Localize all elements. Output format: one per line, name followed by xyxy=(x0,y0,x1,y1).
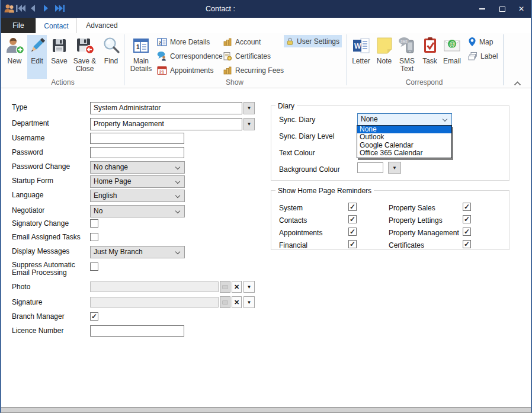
property-management-checkbox[interactable] xyxy=(463,228,471,236)
sync-diary-option[interactable]: None xyxy=(357,126,451,133)
display-messages-dropdown[interactable]: Just My Branch xyxy=(90,246,185,258)
type-combobox[interactable]: System Administrator xyxy=(90,102,242,114)
map-pin-icon xyxy=(468,37,476,47)
correspondence-button[interactable]: Correspondence xyxy=(155,50,225,62)
note-button[interactable]: Note xyxy=(374,35,395,79)
signature-clear-button[interactable]: ✕ xyxy=(232,296,242,308)
group-label-correspond: Correspond xyxy=(350,78,499,87)
language-dropdown[interactable]: English xyxy=(90,190,185,202)
tab-contact[interactable]: Contact xyxy=(36,18,77,33)
password-input[interactable] xyxy=(90,147,184,158)
save-close-icon xyxy=(75,36,94,55)
contacts-checkbox[interactable] xyxy=(348,215,357,223)
certificates-reminder-checkbox[interactable] xyxy=(463,240,471,248)
type-dropdown-button[interactable]: ▼ xyxy=(243,102,255,114)
new-button[interactable]: New xyxy=(4,35,25,79)
photo-path-field xyxy=(90,281,219,292)
password-change-dropdown[interactable]: No change xyxy=(90,161,185,174)
task-button[interactable]: Task xyxy=(419,35,440,79)
display-messages-label: Display Messages xyxy=(12,248,86,255)
username-input[interactable] xyxy=(90,133,184,144)
svg-text:SMS: SMS xyxy=(400,40,408,43)
system-label: System xyxy=(279,204,303,212)
licence-number-label: Licence Number xyxy=(12,327,86,335)
sync-diary-option[interactable]: Office 365 Calendar xyxy=(357,149,451,157)
appointments-reminder-checkbox[interactable] xyxy=(348,228,357,236)
nav-last-button[interactable] xyxy=(55,4,66,14)
background-colour-dropdown-button[interactable]: ▼ xyxy=(388,162,401,174)
word-letter-icon: W xyxy=(352,36,371,55)
appointments-button[interactable]: 21 Appointments xyxy=(155,64,216,76)
nav-previous-button[interactable] xyxy=(30,4,41,14)
email-envelope-icon: @ xyxy=(443,36,462,55)
suppress-auto-email-checkbox[interactable] xyxy=(90,262,98,271)
letter-button[interactable]: W Letter xyxy=(350,35,373,79)
minimize-button[interactable] xyxy=(473,0,492,18)
department-combobox[interactable]: Property Management xyxy=(90,118,242,130)
more-details-icon: 2 xyxy=(157,37,167,47)
certificates-button[interactable]: Certificates xyxy=(220,50,273,62)
signatory-change-checkbox[interactable] xyxy=(90,219,98,228)
licence-number-input[interactable] xyxy=(90,325,184,337)
photo-browse-button[interactable] xyxy=(220,281,230,293)
save-button[interactable]: Save xyxy=(49,35,69,79)
group-label-actions: Actions xyxy=(4,78,122,87)
system-checkbox[interactable] xyxy=(348,203,357,211)
signature-options-button[interactable]: ▼ xyxy=(243,296,255,308)
signatory-change-label: Signatory Change xyxy=(12,220,86,228)
property-lettings-label: Property Lettings xyxy=(389,216,443,225)
main-details-button[interactable]: 1 Main Details xyxy=(127,35,155,79)
reminders-groupbox: Show Home Page Reminders System Contacts… xyxy=(271,190,509,250)
edit-button[interactable]: Edit xyxy=(27,35,47,79)
more-details-button[interactable]: 2 More Details xyxy=(155,36,212,48)
signature-browse-button[interactable] xyxy=(220,296,230,308)
collapse-ribbon-button[interactable] xyxy=(513,78,522,89)
maximize-button[interactable] xyxy=(493,0,512,18)
email-button[interactable]: @ Email xyxy=(441,35,463,79)
save-icon xyxy=(50,36,69,55)
suppress-auto-email-label: Suppress Automatic Email Processing xyxy=(12,261,86,277)
chevron-down-icon xyxy=(175,179,180,184)
startup-form-label: Startup Form xyxy=(12,177,86,185)
sync-diary-label: Sync. Diary xyxy=(279,116,315,124)
map-button[interactable]: Map xyxy=(466,36,495,48)
close-button[interactable]: ✕ xyxy=(512,0,531,18)
account-button[interactable]: Account xyxy=(220,36,263,48)
user-settings-button[interactable]: User Settings xyxy=(284,35,342,47)
svg-text:2: 2 xyxy=(159,40,162,45)
department-label: Department xyxy=(12,120,86,127)
new-contact-icon xyxy=(5,36,24,55)
nav-next-button[interactable] xyxy=(42,4,54,14)
svg-text:W: W xyxy=(354,42,361,50)
recurring-fees-button[interactable]: Recurring Fees xyxy=(220,64,286,76)
department-dropdown-button[interactable]: ▼ xyxy=(243,118,255,130)
branch-manager-checkbox[interactable] xyxy=(90,312,98,321)
background-colour-field[interactable] xyxy=(357,162,383,173)
certificates-icon xyxy=(223,52,232,61)
sync-diary-level-label: Sync. Diary Level xyxy=(279,132,334,140)
svg-text:@: @ xyxy=(450,41,456,47)
sync-diary-option[interactable]: Outlook xyxy=(357,133,451,141)
sms-text-button[interactable]: SMS SMS Text xyxy=(395,35,419,79)
email-assigned-tasks-checkbox[interactable] xyxy=(90,233,98,241)
label-button[interactable]: Label xyxy=(466,50,500,62)
financial-checkbox[interactable] xyxy=(348,240,357,248)
find-button[interactable]: Find xyxy=(100,35,122,79)
photo-clear-button[interactable]: ✕ xyxy=(232,281,242,293)
email-assigned-tasks-label: Email Assigned Tasks xyxy=(12,233,86,241)
chevron-down-icon xyxy=(175,249,180,254)
negotiator-dropdown[interactable]: No xyxy=(90,205,185,217)
username-label: Username xyxy=(12,135,86,142)
tab-advanced[interactable]: Advanced xyxy=(77,18,127,33)
sync-diary-option[interactable]: Google Calendar xyxy=(357,142,451,149)
ribbon-separator xyxy=(124,34,124,85)
contact-people-icon xyxy=(4,3,15,17)
nav-first-button[interactable] xyxy=(15,4,27,14)
property-lettings-checkbox[interactable] xyxy=(463,215,471,223)
photo-options-button[interactable]: ▼ xyxy=(243,281,255,293)
startup-form-dropdown[interactable]: Home Page xyxy=(90,175,185,188)
sync-diary-combobox[interactable]: None xyxy=(357,113,452,126)
property-sales-checkbox[interactable] xyxy=(463,203,471,211)
tab-file[interactable]: File xyxy=(1,18,36,33)
save-and-close-button[interactable]: Save & Close xyxy=(70,35,99,79)
